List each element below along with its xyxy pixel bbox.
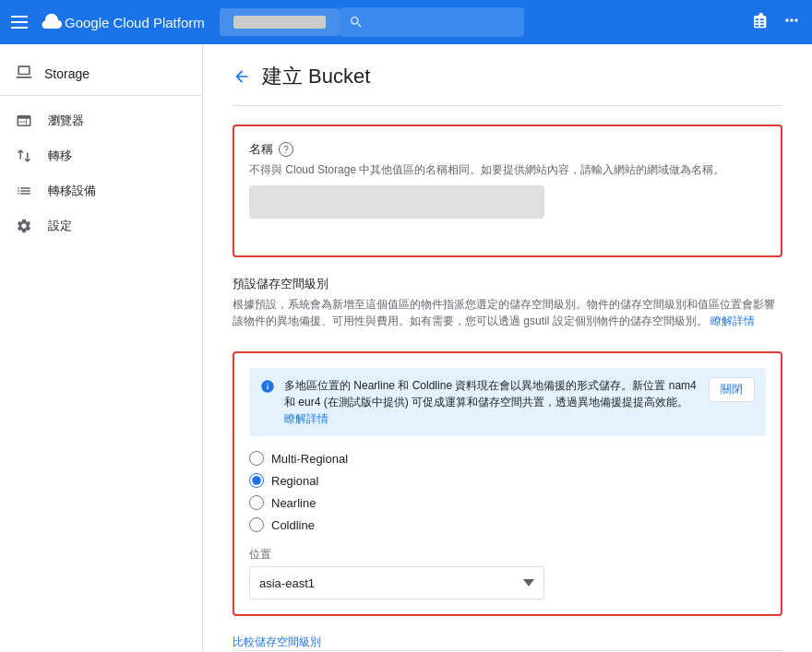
name-form-section: 名稱 ? 不得與 Cloud Storage 中其他值區的名稱相同。如要提供網站… <box>249 141 766 219</box>
radio-multi-regional-input[interactable] <box>249 451 264 466</box>
app-layout: Storage 瀏覽器 轉移 轉移設備 設定 <box>0 44 812 652</box>
settings-icon <box>15 218 33 234</box>
search-box[interactable] <box>340 7 524 37</box>
storage-class-section: 多地區位置的 Nearline 和 Coldline 資料現在會以異地備援的形式… <box>233 351 782 616</box>
app-title: Google Cloud Platform <box>65 15 205 30</box>
app-logo: Google Cloud Platform <box>39 9 205 35</box>
compare-link[interactable]: 比較儲存空間級別 <box>233 634 782 650</box>
sidebar-service-title: Storage <box>44 66 90 81</box>
svg-rect-2 <box>11 27 28 29</box>
name-help-icon[interactable]: ? <box>279 142 293 157</box>
dismiss-button[interactable]: 關閉 <box>709 377 755 402</box>
transfer-icon <box>15 148 33 164</box>
sidebar-item-settings[interactable]: 設定 <box>0 208 195 243</box>
radio-nearline[interactable]: Nearline <box>249 495 766 510</box>
transfer-appliance-icon <box>15 183 33 199</box>
hamburger-menu[interactable] <box>11 12 28 33</box>
info-banner-text: 多地區位置的 Nearline 和 Coldline 資料現在會以異地備援的形式… <box>284 377 699 427</box>
gift-icon[interactable] <box>749 11 768 34</box>
info-icon <box>260 378 275 400</box>
radio-nearline-input[interactable] <box>249 495 264 510</box>
location-select[interactable]: asia-east1 asia-east2 asia-northeast1 us… <box>249 566 544 599</box>
storage-class-label: 預設儲存空間級別 <box>233 276 782 292</box>
svg-rect-1 <box>11 21 28 23</box>
name-desc: 不得與 Cloud Storage 中其他值區的名稱相同。如要提供網站內容，請輸… <box>249 161 766 178</box>
radio-coldline-input[interactable] <box>249 517 264 532</box>
sidebar: Storage 瀏覽器 轉移 轉移設備 設定 <box>0 44 203 652</box>
storage-class-radio-group: Multi-Regional Regional Nearline Coldlin… <box>249 451 766 532</box>
top-nav: Google Cloud Platform <box>0 0 812 44</box>
settings-label: 設定 <box>48 218 72 234</box>
sidebar-item-transfer[interactable]: 轉移 <box>0 138 195 173</box>
name-section: 名稱 ? 不得與 Cloud Storage 中其他值區的名稱相同。如要提供網站… <box>233 124 782 257</box>
radio-multi-regional[interactable]: Multi-Regional <box>249 451 766 466</box>
transfer-appliance-label: 轉移設備 <box>48 183 96 199</box>
radio-coldline[interactable]: Coldline <box>249 517 766 532</box>
dots-icon[interactable] <box>782 11 801 34</box>
browser-icon <box>15 113 33 129</box>
info-banner: 多地區位置的 Nearline 和 Coldline 資料現在會以異地備援的形式… <box>249 368 766 436</box>
location-label: 位置 <box>249 547 766 563</box>
browser-label: 瀏覽器 <box>48 113 84 129</box>
sidebar-item-transfer-appliance[interactable]: 轉移設備 <box>0 173 195 208</box>
storage-class-desc-link[interactable]: 瞭解詳情 <box>710 314 755 327</box>
page-header: 建立 Bucket <box>233 63 782 106</box>
back-button[interactable] <box>233 67 251 86</box>
location-wrapper: 位置 asia-east1 asia-east2 asia-northeast1… <box>249 547 766 599</box>
storage-class-desc: 根據預設，系統會為新增至這個值區的物件指派您選定的儲存空間級別。物件的儲存空間級… <box>233 296 782 329</box>
svg-rect-0 <box>11 16 28 18</box>
page-title: 建立 Bucket <box>262 63 370 90</box>
project-selector[interactable] <box>220 8 340 36</box>
sidebar-service-header: Storage <box>0 52 202 96</box>
name-label: 名稱 ? <box>249 141 766 158</box>
storage-class-desc-section: 預設儲存空間級別 根據預設，系統會為新增至這個值區的物件指派您選定的儲存空間級別… <box>233 276 782 329</box>
bucket-name-input[interactable] <box>249 185 544 219</box>
nav-right <box>749 11 801 34</box>
sidebar-item-browser[interactable]: 瀏覽器 <box>0 103 195 138</box>
info-banner-link[interactable]: 瞭解詳情 <box>284 412 328 425</box>
radio-regional-input[interactable] <box>249 473 264 488</box>
radio-regional[interactable]: Regional <box>249 473 766 488</box>
storage-service-icon <box>15 63 33 84</box>
main-content: 建立 Bucket 名稱 ? 不得與 Cloud Storage 中其他值區的名… <box>203 44 812 652</box>
transfer-label: 轉移 <box>48 148 72 164</box>
